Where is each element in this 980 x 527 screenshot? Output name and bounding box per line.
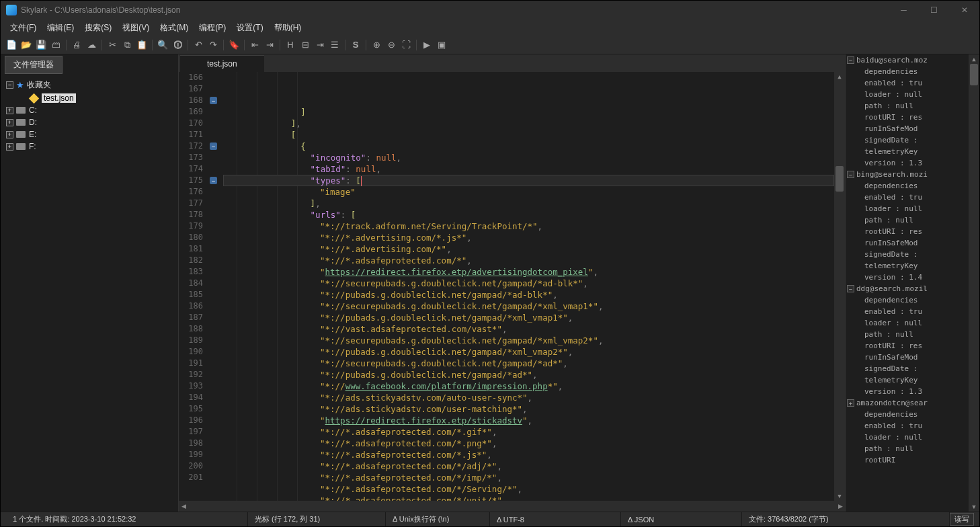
outline-property[interactable]: loader : null <box>846 203 979 214</box>
outline-property[interactable]: signedDate : <box>846 363 979 374</box>
menu-item[interactable]: 视图(V) <box>117 21 155 35</box>
outline-property[interactable]: telemetryKey <box>846 146 979 157</box>
file-manager-tab[interactable]: 文件管理器 <box>5 56 63 74</box>
outline-property[interactable]: dependencies <box>846 66 979 77</box>
collapse-icon[interactable]: − <box>847 285 854 292</box>
open-icon[interactable]: 📂 <box>19 38 33 52</box>
code-line[interactable]: { <box>223 140 834 152</box>
outline-property[interactable]: runInSafeMod <box>846 352 979 363</box>
scroll-left-icon[interactable]: ◀ <box>179 503 188 510</box>
code-line[interactable]: "types": [ <box>223 175 834 186</box>
line-number[interactable]: 188 <box>179 323 203 335</box>
code-line[interactable]: "urls": [ <box>223 209 834 220</box>
outline-group[interactable]: +amazondotcn@sear <box>846 397 979 409</box>
line-number[interactable]: 179 <box>179 220 203 232</box>
outline-property[interactable]: signedDate : <box>846 134 979 146</box>
line-number[interactable]: 176 <box>179 186 203 198</box>
redo-icon[interactable]: ↷ <box>206 38 220 52</box>
tree-file[interactable]: test.json <box>3 92 175 104</box>
status-encoding[interactable]: Δ UTF-8 <box>490 512 621 526</box>
paste-icon[interactable]: 📋 <box>135 38 149 52</box>
code-line[interactable]: "*://ads.stickyadstv.com/user-matching*"… <box>223 403 834 415</box>
scrollbar-thumb[interactable] <box>835 166 844 192</box>
scroll-up-icon[interactable]: ▲ <box>834 72 845 81</box>
bookmark-icon[interactable]: 🔖 <box>227 38 241 52</box>
outline-property[interactable]: runInSafeMod <box>846 123 979 134</box>
line-number[interactable]: 198 <box>179 438 203 449</box>
maximize-button[interactable]: ☐ <box>919 1 949 19</box>
editor-vertical-scrollbar[interactable]: ▲ ▼ <box>834 72 845 501</box>
editor-tab-active[interactable]: test.json <box>180 55 264 72</box>
status-lineending[interactable]: Δ Unix换行符 (\n) <box>386 512 490 526</box>
code-line[interactable]: "*://*.adsafeprotected.com/*/unit/*", <box>223 495 834 501</box>
line-number[interactable]: 171 <box>179 129 203 140</box>
outline-property[interactable]: dependencies <box>846 409 979 420</box>
code-line[interactable]: "https://redirect.firefox.etp/advertisin… <box>223 266 834 278</box>
line-number[interactable]: 192 <box>179 369 203 380</box>
fold-gutter[interactable]: −−− <box>208 72 220 501</box>
status-readwrite[interactable]: 读写 <box>950 513 974 526</box>
collapse-icon[interactable]: − <box>6 81 13 89</box>
line-number[interactable]: 185 <box>179 289 203 300</box>
line-number[interactable]: 187 <box>179 312 203 323</box>
outline-property[interactable]: rootURI : res <box>846 226 979 237</box>
menu-item[interactable]: 设置(T) <box>231 21 268 35</box>
indent-icon[interactable]: ⇥ <box>313 38 327 52</box>
outline-property[interactable]: enabled : tru <box>846 77 979 89</box>
outline-property[interactable]: signedDate : <box>846 249 979 260</box>
line-number-gutter[interactable]: 1661671681691701711721731741751761771781… <box>179 72 208 501</box>
line-number[interactable]: 201 <box>179 472 203 483</box>
line-number[interactable]: 182 <box>179 255 203 266</box>
outline-property[interactable]: loader : null <box>846 89 979 100</box>
outline-property[interactable]: rootURI : res <box>846 112 979 123</box>
code-line[interactable]: "*://*.advertising.com/*", <box>223 243 834 255</box>
zoom-out-icon[interactable]: ⊖ <box>384 38 398 52</box>
code-line[interactable]: "*://pubads.g.doubleclick.net/gampad/*ad… <box>223 289 834 300</box>
line-number[interactable]: 197 <box>179 426 203 438</box>
expand-icon[interactable]: + <box>6 119 13 126</box>
snippet-icon[interactable]: S <box>349 38 362 52</box>
outline-group[interactable]: −bing@search.mozi <box>846 169 979 180</box>
code-line[interactable]: "*://*.advertising.com/*.js*", <box>223 232 834 243</box>
outline-property[interactable]: telemetryKey <box>846 260 979 272</box>
menu-item[interactable]: 编辑(E) <box>42 21 79 35</box>
tree-favorites[interactable]: −★收藏夹 <box>3 78 175 92</box>
window-icon[interactable]: ⊟ <box>298 38 312 52</box>
scroll-right-icon[interactable]: ▶ <box>835 503 845 510</box>
code-line[interactable]: "*://*.adsafeprotected.com/*.js*", <box>223 449 834 460</box>
outline-scrollbar[interactable]: ▲ ▼ <box>969 54 979 512</box>
line-number[interactable]: 170 <box>179 118 203 129</box>
tree-drive[interactable]: +F: <box>3 140 175 153</box>
fold-marker-icon[interactable]: − <box>210 143 217 150</box>
run-icon[interactable]: ▶ <box>420 38 434 52</box>
tree-drive[interactable]: +E: <box>3 128 175 140</box>
minimize-button[interactable]: ─ <box>889 1 919 19</box>
line-number[interactable]: 191 <box>179 358 203 369</box>
scroll-down-icon[interactable]: ▼ <box>969 502 979 512</box>
line-number[interactable]: 199 <box>179 449 203 460</box>
line-number[interactable]: 174 <box>179 163 203 175</box>
expand-icon[interactable]: + <box>847 399 854 407</box>
save-all-icon[interactable]: 🗃 <box>49 38 63 52</box>
outline-group[interactable]: −baidu@search.moz <box>846 54 979 66</box>
line-number[interactable]: 184 <box>179 278 203 289</box>
outline-property[interactable]: loader : null <box>846 432 979 443</box>
outline-property[interactable]: rootURI <box>846 454 979 466</box>
tree-drive[interactable]: +D: <box>3 116 175 128</box>
outline-property[interactable]: path : null <box>846 100 979 112</box>
line-number[interactable]: 168 <box>179 95 203 106</box>
code-line[interactable]: "*://track.adform.net/Serving/TrackPoint… <box>223 220 834 232</box>
zoom-in-icon[interactable]: ⊕ <box>370 38 383 52</box>
scroll-up-icon[interactable]: ▲ <box>969 54 979 64</box>
status-language[interactable]: Δ JSON <box>621 512 742 526</box>
outline-property[interactable]: enabled : tru <box>846 192 979 203</box>
menu-item[interactable]: 搜索(S) <box>79 21 117 35</box>
line-number[interactable]: 181 <box>179 243 203 255</box>
code-line[interactable]: "*://*.adsafeprotected.com/*", <box>223 255 834 266</box>
code-line[interactable]: ], <box>223 118 834 129</box>
menu-item[interactable]: 编程(P) <box>194 21 231 35</box>
outline-property[interactable]: version : 1.3 <box>846 157 979 169</box>
tree-drive[interactable]: +C: <box>3 104 175 116</box>
cut-icon[interactable]: ✂ <box>106 38 119 52</box>
outline-property[interactable]: version : 1.3 <box>846 386 979 397</box>
